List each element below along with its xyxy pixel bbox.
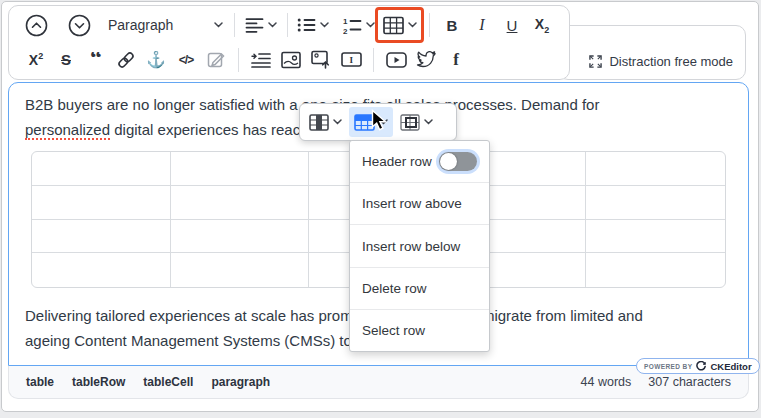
- toolbar-separator: [287, 13, 288, 37]
- bold-button[interactable]: B: [437, 10, 467, 40]
- word-count: 44 words: [581, 375, 632, 389]
- underline-label: U: [507, 17, 518, 34]
- distraction-free-button[interactable]: Distraction free mode: [589, 54, 733, 69]
- image-upload-button[interactable]: [306, 45, 336, 75]
- powered-by-label: POWERED BY: [644, 363, 692, 370]
- distraction-free-panel: Distraction free mode: [558, 25, 746, 80]
- text-field-icon: I: [341, 52, 362, 67]
- powered-by-badge[interactable]: POWERED BY CKEditor: [636, 358, 760, 374]
- table-cell[interactable]: [32, 253, 171, 287]
- toolbar-collapse-up-button[interactable]: [21, 10, 51, 40]
- table-cell[interactable]: [32, 220, 171, 254]
- insert-table-dropdown[interactable]: [380, 10, 420, 40]
- bulleted-list-icon: [297, 17, 316, 33]
- twitter-button[interactable]: [411, 45, 441, 75]
- table-cell[interactable]: [171, 186, 310, 220]
- move-up-icon: [25, 14, 48, 37]
- insert-image-button[interactable]: [276, 45, 306, 75]
- word-count-area: 44 words 307 characters: [581, 375, 731, 389]
- table-cell[interactable]: [32, 152, 171, 186]
- mouse-cursor: [371, 109, 389, 133]
- underline-button[interactable]: U: [497, 10, 527, 40]
- table-cell[interactable]: [586, 152, 725, 186]
- edit-icon: [207, 50, 226, 69]
- chevron-down-icon: [333, 119, 342, 125]
- twitter-icon: [416, 51, 436, 68]
- toolbar-collapse-down-button[interactable]: [64, 10, 94, 40]
- element-path-table[interactable]: table: [26, 375, 54, 389]
- screenshot-root: Distraction free mode Paragraph: [0, 0, 761, 418]
- table-column-dropdown[interactable]: [304, 107, 347, 137]
- table-row-menu: Header row Insert row above Insert row b…: [349, 140, 490, 352]
- move-down-icon: [68, 14, 91, 37]
- image-upload-icon: [311, 50, 331, 69]
- code-icon: </>: [179, 53, 193, 67]
- italic-button[interactable]: I: [467, 10, 497, 40]
- facebook-button[interactable]: f: [441, 45, 471, 75]
- select-row-item[interactable]: Select row: [350, 309, 489, 351]
- superscript-button[interactable]: X2: [21, 45, 51, 75]
- element-path: table tableRow tableCell paragraph: [26, 375, 270, 389]
- anchor-icon: ⚓: [146, 50, 166, 69]
- strikethrough-label: S: [61, 51, 71, 68]
- paragraph-style-dropdown[interactable]: Paragraph: [104, 10, 227, 40]
- chevron-down-icon: [408, 22, 417, 28]
- indent-button[interactable]: [246, 45, 276, 75]
- toolbar-separator: [238, 48, 239, 72]
- header-row-item[interactable]: Header row: [350, 141, 489, 182]
- chevron-down-icon: [268, 22, 277, 28]
- toggle-knob: [440, 153, 457, 170]
- subscript-button[interactable]: X2: [527, 10, 557, 40]
- element-path-paragraph[interactable]: paragraph: [211, 375, 270, 389]
- editor-toolbar: Paragraph 12: [8, 5, 570, 80]
- delete-row-label: Delete row: [362, 281, 427, 296]
- facebook-icon: f: [453, 50, 459, 70]
- ckeditor-logo-icon: [696, 361, 706, 371]
- text-field-button[interactable]: I: [336, 45, 366, 75]
- element-path-tablecell[interactable]: tableCell: [143, 375, 193, 389]
- youtube-icon: [386, 52, 407, 68]
- youtube-button[interactable]: [381, 45, 411, 75]
- image-icon: [281, 51, 301, 69]
- toolbar-separator: [234, 13, 235, 37]
- table-cell[interactable]: [32, 186, 171, 220]
- numbered-list-dropdown[interactable]: 12: [340, 10, 378, 40]
- insert-row-above-item[interactable]: Insert row above: [350, 182, 489, 224]
- insert-row-below-item[interactable]: Insert row below: [350, 224, 489, 266]
- paragraph-style-label: Paragraph: [108, 17, 173, 33]
- text-alignment-dropdown[interactable]: [242, 10, 280, 40]
- header-row-toggle[interactable]: [439, 152, 477, 171]
- table-column-icon: [309, 114, 329, 131]
- toolbar-separator: [429, 13, 430, 37]
- misspelled-word: personalized: [25, 121, 110, 140]
- distraction-free-label: Distraction free mode: [609, 54, 733, 69]
- code-button[interactable]: </>: [171, 45, 201, 75]
- insert-row-above-label: Insert row above: [362, 196, 462, 211]
- toolbar-row-1: Paragraph 12: [9, 8, 569, 42]
- table-merge-cell-dropdown[interactable]: [395, 107, 438, 137]
- ckeditor-brand-label: CKEditor: [710, 361, 751, 372]
- blockquote-button[interactable]: “: [81, 45, 111, 75]
- superscript-label: X2: [29, 51, 43, 68]
- svg-text:2: 2: [343, 26, 348, 34]
- table-cell[interactable]: [586, 253, 725, 287]
- element-path-tablerow[interactable]: tableRow: [72, 375, 125, 389]
- anchor-button[interactable]: ⚓: [141, 45, 171, 75]
- indent-icon: [251, 52, 271, 68]
- link-button[interactable]: [111, 45, 141, 75]
- link-icon: [116, 50, 136, 70]
- table-cell[interactable]: [171, 152, 310, 186]
- chevron-down-icon: [366, 22, 375, 28]
- table-cell[interactable]: [171, 220, 310, 254]
- strikethrough-button[interactable]: S: [51, 45, 81, 75]
- svg-text:1: 1: [343, 17, 348, 26]
- table-cell[interactable]: [171, 253, 310, 287]
- table-cell[interactable]: [586, 220, 725, 254]
- expand-icon: [589, 55, 602, 68]
- select-row-label: Select row: [362, 323, 425, 338]
- source-editing-button[interactable]: [201, 45, 231, 75]
- delete-row-item[interactable]: Delete row: [350, 267, 489, 309]
- numbered-list-icon: 12: [343, 17, 362, 34]
- table-cell[interactable]: [586, 186, 725, 220]
- bulleted-list-dropdown[interactable]: [295, 10, 333, 40]
